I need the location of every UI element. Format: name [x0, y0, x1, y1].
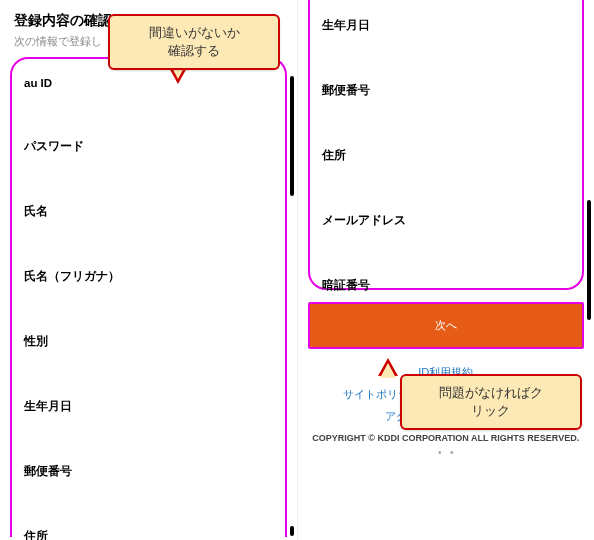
callout-click: 問題がなければク リック: [400, 374, 582, 430]
callout-confirm: 間違いがないか 確認する: [108, 14, 280, 70]
callout-text: 問題がなければク リック: [439, 385, 543, 418]
confirm-fields-box-right: 生年月日 郵便番号 住所 メールアドレス 暗証番号: [308, 0, 585, 290]
field-label: 住所: [12, 515, 285, 540]
field-label: 郵便番号: [310, 69, 583, 112]
scrollbar[interactable]: [587, 200, 591, 320]
field-label: 暗証番号: [310, 264, 583, 307]
field-label: 氏名（フリガナ）: [12, 255, 285, 298]
copyright: COPYRIGHT © KDDI CORPORATION ALL RIGHTS …: [298, 433, 595, 443]
scrollbar[interactable]: [290, 526, 294, 536]
pager-dots-icon: • •: [298, 447, 595, 458]
field-label: 生年月日: [310, 4, 583, 47]
next-button[interactable]: 次へ: [308, 302, 585, 349]
confirm-fields-box-left: au ID パスワード 氏名 氏名（フリガナ） 性別 生年月日 郵便番号 住所: [10, 57, 287, 537]
field-label: 住所: [310, 134, 583, 177]
field-label: 生年月日: [12, 385, 285, 428]
scrollbar[interactable]: [290, 76, 294, 196]
field-label: メールアドレス: [310, 199, 583, 242]
callout-tail-icon: [378, 358, 398, 376]
field-label: 郵便番号: [12, 450, 285, 493]
callout-text: 間違いがないか 確認する: [149, 25, 240, 58]
field-label: 氏名: [12, 190, 285, 233]
field-label: 性別: [12, 320, 285, 363]
field-label: パスワード: [12, 125, 285, 168]
